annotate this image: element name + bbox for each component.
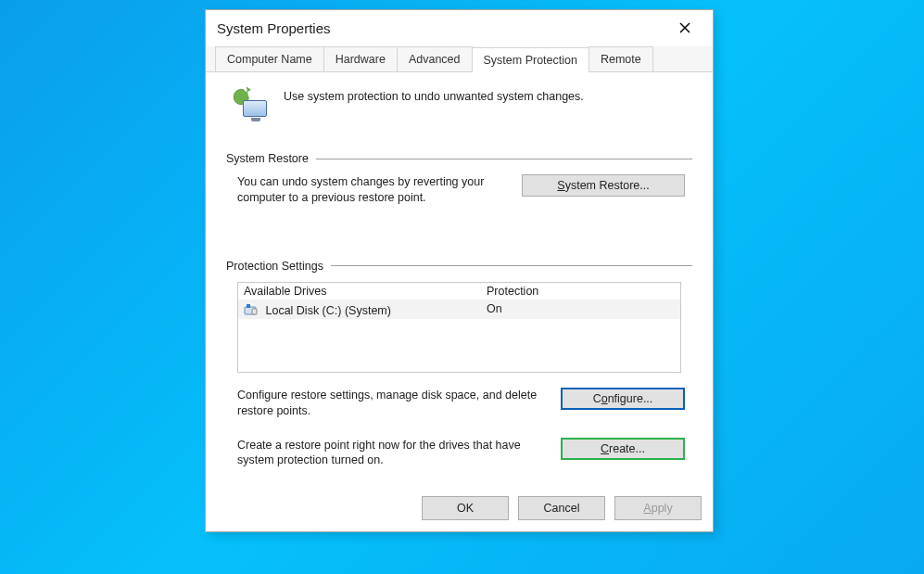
tab-hardware[interactable]: Hardware [323,46,398,71]
column-available-drives: Available Drives [244,285,487,298]
cancel-button[interactable]: Cancel [518,496,605,520]
system-restore-button[interactable]: System Restore... [522,174,685,197]
dialog-footer: OK Cancel Apply [206,489,713,531]
svg-rect-4 [252,309,257,314]
tab-content: Use system protection to undo unwanted s… [206,72,713,489]
drive-name: Local Disk (C:) (System) [265,304,390,317]
table-row[interactable]: Local Disk (C:) (System) On [238,300,680,319]
column-protection: Protection [487,285,675,298]
protection-settings-heading-label: Protection Settings [226,260,323,273]
tabstrip: Computer Name Hardware Advanced System P… [206,46,713,72]
tab-remote[interactable]: Remote [589,46,653,71]
system-restore-desc: You can undo system changes by reverting… [237,174,503,206]
apply-button[interactable]: Apply [614,496,702,520]
drive-protection-status: On [487,302,675,315]
close-button[interactable] [665,15,705,41]
divider [316,159,692,159]
titlebar: System Properties [206,10,713,46]
close-icon [679,22,690,33]
intro: Use system protection to undo unwanted s… [226,83,692,145]
ok-button[interactable]: OK [422,496,509,520]
protection-settings-heading: Protection Settings [226,260,692,273]
drives-table: Available Drives Protection Local Disk [237,282,681,373]
configure-desc: Configure restore settings, manage disk … [237,388,542,419]
configure-button[interactable]: Configure... [561,388,685,410]
drives-table-header: Available Drives Protection [238,283,680,300]
divider [331,265,692,266]
system-protection-icon [234,87,272,126]
tab-computer-name[interactable]: Computer Name [215,46,324,71]
create-desc: Create a restore point right now for the… [237,438,542,469]
tab-advanced[interactable]: Advanced [397,46,473,71]
tab-system-protection[interactable]: System Protection [472,47,589,72]
svg-rect-3 [247,304,250,308]
system-restore-heading: System Restore [226,152,692,165]
system-restore-heading-label: System Restore [226,152,309,165]
window-title: System Properties [217,20,331,36]
create-button[interactable]: Create... [561,438,685,460]
drive-icon [244,303,259,316]
intro-text: Use system protection to undo unwanted s… [284,87,584,104]
system-properties-dialog: System Properties Computer Name Hardware… [205,9,714,532]
